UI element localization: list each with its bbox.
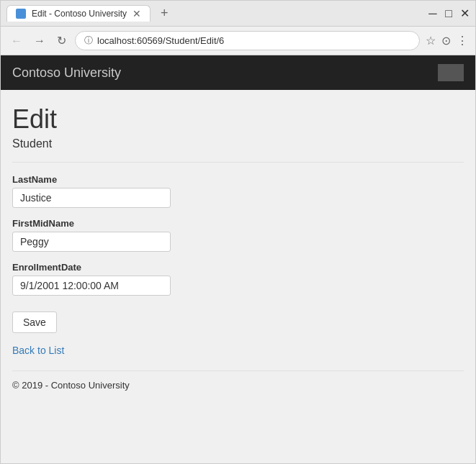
last-name-label: LastName xyxy=(12,174,464,185)
page-content: Edit Student LastName FirstMidName Enrol… xyxy=(1,90,475,405)
url-box[interactable]: ⓘ localhost:60569/Student/Edit/6 xyxy=(75,31,420,50)
address-bar-icons: ☆ ⊙ ⋮ xyxy=(426,34,468,47)
address-bar: ← → ↻ ⓘ localhost:60569/Student/Edit/6 ☆… xyxy=(1,27,475,55)
bottom-divider xyxy=(12,370,464,371)
profile-icon[interactable]: ⊙ xyxy=(441,34,451,47)
minimize-button[interactable]: ─ xyxy=(428,9,438,19)
lock-icon: ⓘ xyxy=(84,35,93,47)
app-navbar: Contoso University xyxy=(1,55,475,90)
forward-nav-button[interactable]: → xyxy=(31,33,48,49)
tab-close-button[interactable]: ✕ xyxy=(133,9,141,19)
title-bar: Edit - Contoso University ✕ + ─ □ ✕ xyxy=(1,1,475,27)
url-text: localhost:60569/Student/Edit/6 xyxy=(97,35,224,46)
page-title: Edit xyxy=(12,104,464,135)
form-actions: Save xyxy=(12,306,464,345)
enrollment-date-input[interactable] xyxy=(12,276,171,296)
app-brand: Contoso University xyxy=(12,65,121,81)
browser-window: Edit - Contoso University ✕ + ─ □ ✕ ← → … xyxy=(0,0,476,464)
menu-icon[interactable]: ⋮ xyxy=(457,34,468,47)
back-to-list-link[interactable]: Back to List xyxy=(12,345,64,356)
enrollment-date-group: EnrollmentDate xyxy=(12,262,464,296)
first-mid-name-label: FirstMidName xyxy=(12,218,464,229)
back-nav-button[interactable]: ← xyxy=(8,33,25,49)
first-mid-name-input[interactable] xyxy=(12,232,171,252)
nav-toggle-button[interactable] xyxy=(438,64,464,81)
last-name-input[interactable] xyxy=(12,188,171,208)
new-tab-button[interactable]: + xyxy=(156,6,173,21)
window-controls: ─ □ ✕ xyxy=(428,9,470,19)
tab-title: Edit - Contoso University xyxy=(32,9,127,19)
top-divider xyxy=(12,162,464,163)
enrollment-date-label: EnrollmentDate xyxy=(12,262,464,273)
restore-button[interactable]: □ xyxy=(444,9,454,19)
save-button[interactable]: Save xyxy=(12,311,57,333)
close-button[interactable]: ✕ xyxy=(459,9,470,19)
first-mid-name-group: FirstMidName xyxy=(12,218,464,252)
tab-favicon xyxy=(16,9,26,19)
star-icon[interactable]: ☆ xyxy=(426,34,436,47)
footer-text: © 2019 - Contoso University xyxy=(12,380,464,391)
page-subtitle: Student xyxy=(12,137,464,150)
browser-tab[interactable]: Edit - Contoso University ✕ xyxy=(6,5,151,22)
reload-button[interactable]: ↻ xyxy=(54,32,69,49)
last-name-group: LastName xyxy=(12,174,464,208)
